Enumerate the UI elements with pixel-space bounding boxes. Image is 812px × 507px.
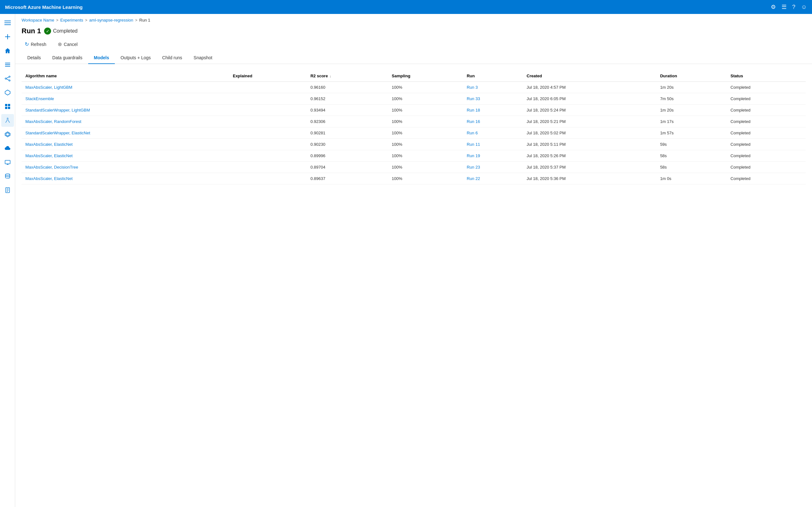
cell-explained (229, 150, 307, 162)
cancel-button[interactable]: ⊗ Cancel (55, 40, 81, 49)
link-run-4[interactable]: Run 6 (467, 130, 478, 135)
cell-status: Completed (727, 116, 806, 127)
cell-sampling: 100% (388, 105, 463, 116)
col-run: Run (463, 70, 523, 82)
sidebar-data[interactable] (1, 100, 14, 113)
link-run-0[interactable]: Run 3 (467, 85, 478, 90)
account-icon[interactable]: ☺ (801, 4, 807, 10)
sidebar-database[interactable] (1, 170, 14, 182)
table-row: StandardScalerWrapper, ElasticNet0.90281… (21, 127, 806, 139)
app-title: Microsoft Azure Machine Learning (5, 4, 771, 10)
svg-rect-1 (4, 22, 11, 23)
cell-duration: 7m 50s (656, 93, 727, 105)
cell-duration: 1m 20s (656, 82, 727, 93)
breadcrumb: Workspace Name > Experiments > aml-synap… (15, 14, 812, 24)
table-row: MaxAbsScaler, LightGBM0.96160100%Run 3Ju… (21, 82, 806, 93)
link-algorithm-0[interactable]: MaxAbsScaler, LightGBM (26, 85, 72, 90)
cell-run[interactable]: Run 11 (463, 139, 523, 150)
cell-r2score: 0.89704 (307, 162, 388, 173)
feedback-icon[interactable]: ☰ (781, 3, 786, 10)
cell-status: Completed (727, 105, 806, 116)
breadcrumb-sep-1: > (56, 18, 58, 22)
breadcrumb-experiments[interactable]: Experiments (60, 18, 83, 22)
link-run-1[interactable]: Run 33 (467, 96, 480, 101)
sidebar-topology[interactable] (1, 86, 14, 99)
link-run-6[interactable]: Run 19 (467, 153, 480, 158)
svg-rect-6 (5, 64, 10, 65)
sidebar-pipeline[interactable] (1, 72, 14, 85)
cell-explained (229, 116, 307, 127)
cell-r2score: 0.89637 (307, 173, 388, 184)
sidebar-add[interactable] (1, 31, 14, 43)
tab-details[interactable]: Details (21, 52, 47, 64)
link-algorithm-4[interactable]: StandardScalerWrapper, ElasticNet (26, 130, 90, 135)
link-run-3[interactable]: Run 16 (467, 119, 480, 124)
cell-algorithm[interactable]: StandardScalerWrapper, ElasticNet (21, 127, 229, 139)
cell-algorithm[interactable]: MaxAbsScaler, DecisionTree (21, 162, 229, 173)
tab-outputs-plus-logs[interactable]: Outputs + Logs (115, 52, 156, 64)
link-run-2[interactable]: Run 18 (467, 108, 480, 112)
breadcrumb-sep-2: > (85, 18, 87, 22)
col-created: Created (523, 70, 656, 82)
help-icon[interactable]: ? (792, 4, 796, 10)
link-algorithm-1[interactable]: StackEnsemble (26, 96, 54, 101)
cell-sampling: 100% (388, 127, 463, 139)
cell-status: Completed (727, 173, 806, 184)
cell-sampling: 100% (388, 93, 463, 105)
cell-algorithm[interactable]: MaxAbsScaler, RandomForest (21, 116, 229, 127)
tab-data-guardrails[interactable]: Data guardrails (47, 52, 88, 64)
breadcrumb-experiment-name[interactable]: aml-synapse-regression (89, 18, 133, 22)
cell-run[interactable]: Run 22 (463, 173, 523, 184)
cell-run[interactable]: Run 33 (463, 93, 523, 105)
table-container: Algorithm nameExplainedR2 score ↓Samplin… (15, 64, 812, 191)
link-algorithm-6[interactable]: MaxAbsScaler, ElasticNet (26, 153, 72, 158)
link-run-5[interactable]: Run 11 (467, 142, 480, 147)
tab-child-runs[interactable]: Child runs (156, 52, 188, 64)
cell-run[interactable]: Run 19 (463, 150, 523, 162)
cell-run[interactable]: Run 6 (463, 127, 523, 139)
cell-algorithm[interactable]: StandardScalerWrapper, LightGBM (21, 105, 229, 116)
sidebar-models[interactable] (1, 128, 14, 141)
link-algorithm-7[interactable]: MaxAbsScaler, DecisionTree (26, 165, 78, 170)
sidebar-cloud[interactable] (1, 142, 14, 155)
sidebar-home[interactable] (1, 44, 14, 57)
col-r2score[interactable]: R2 score ↓ (307, 70, 388, 82)
tab-snapshot[interactable]: Snapshot (188, 52, 218, 64)
breadcrumb-workspace[interactable]: Workspace Name (21, 18, 54, 22)
cell-run[interactable]: Run 16 (463, 116, 523, 127)
cancel-label: Cancel (64, 42, 78, 47)
svg-rect-20 (5, 160, 10, 164)
table-row: MaxAbsScaler, DecisionTree0.89704100%Run… (21, 162, 806, 173)
sidebar-experiment[interactable] (1, 114, 14, 127)
svg-point-8 (5, 78, 6, 79)
link-algorithm-2[interactable]: StandardScalerWrapper, LightGBM (26, 108, 90, 112)
col-algorithm: Algorithm name (21, 70, 229, 82)
cell-created: Jul 18, 2020 5:36 PM (523, 173, 656, 184)
sidebar-notebook[interactable] (1, 184, 14, 196)
cell-run[interactable]: Run 23 (463, 162, 523, 173)
cell-algorithm[interactable]: MaxAbsScaler, ElasticNet (21, 150, 229, 162)
cell-explained (229, 127, 307, 139)
cell-algorithm[interactable]: MaxAbsScaler, ElasticNet (21, 173, 229, 184)
sidebar-compute[interactable] (1, 156, 14, 169)
link-algorithm-3[interactable]: MaxAbsScaler, RandomForest (26, 119, 81, 124)
settings-icon[interactable]: ⚙ (771, 3, 776, 10)
sidebar-hamburger[interactable] (1, 16, 14, 29)
link-algorithm-8[interactable]: MaxAbsScaler, ElasticNet (26, 176, 72, 181)
cell-explained (229, 82, 307, 93)
link-run-7[interactable]: Run 23 (467, 165, 480, 170)
cell-algorithm[interactable]: MaxAbsScaler, ElasticNet (21, 139, 229, 150)
cell-run[interactable]: Run 18 (463, 105, 523, 116)
cell-r2score: 0.92306 (307, 116, 388, 127)
sidebar-list[interactable] (1, 58, 14, 71)
topbar-icons: ⚙ ☰ ? ☺ (771, 3, 807, 10)
cell-algorithm[interactable]: StackEnsemble (21, 93, 229, 105)
cell-status: Completed (727, 127, 806, 139)
tab-models[interactable]: Models (88, 52, 115, 64)
cell-run[interactable]: Run 3 (463, 82, 523, 93)
refresh-button[interactable]: ↻ Refresh (21, 40, 49, 49)
link-algorithm-5[interactable]: MaxAbsScaler, ElasticNet (26, 142, 72, 147)
cell-duration: 1m 20s (656, 105, 727, 116)
link-run-8[interactable]: Run 22 (467, 176, 480, 181)
cell-algorithm[interactable]: MaxAbsScaler, LightGBM (21, 82, 229, 93)
